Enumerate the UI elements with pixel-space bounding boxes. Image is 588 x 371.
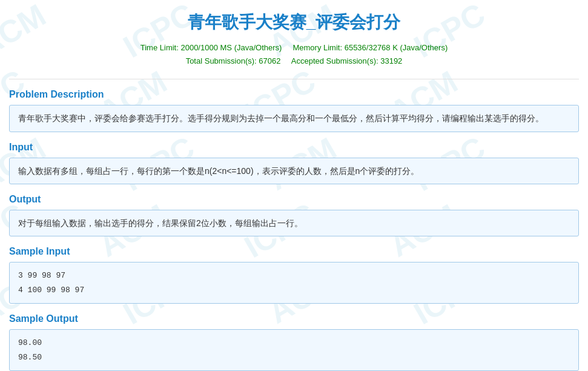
- memory-limit: Memory Limit: 65536/32768 K (Java/Others…: [292, 43, 448, 52]
- problem-description-content: 青年歌手大奖赛中，评委会给参赛选手打分。选手得分规则为去掉一个最高分和一个最低分…: [9, 105, 579, 132]
- output-title: Output: [9, 194, 579, 205]
- accepted-submission: Accepted Submission(s): 33192: [291, 56, 403, 65]
- problem-description-section: Problem Description 青年歌手大奖赛中，评委会给参赛选手打分。…: [9, 89, 579, 132]
- time-limit: Time Limit: 2000/1000 MS (Java/Others): [140, 43, 282, 52]
- sample-output-line-2: 98.50: [18, 350, 570, 364]
- input-content: 输入数据有多组，每组占一行，每行的第一个数是n(2<n<=100)，表示评委的人…: [9, 158, 579, 184]
- page-title: 青年歌手大奖赛_评委会打分: [9, 6, 579, 34]
- sample-input-content: 3 99 98 97 4 100 99 98 97: [9, 262, 579, 304]
- problem-description-title: Problem Description: [9, 89, 579, 100]
- output-content: 对于每组输入数据，输出选手的得分，结果保留2位小数，每组输出占一行。: [9, 210, 579, 236]
- sample-output-line-1: 98.00: [18, 336, 570, 350]
- sample-input-line-1: 3 99 98 97: [18, 269, 570, 282]
- divider-1: [9, 79, 579, 79]
- sample-output-title: Sample Output: [9, 313, 579, 324]
- sample-input-section: Sample Input 3 99 98 97 4 100 99 98 97: [9, 246, 579, 304]
- sample-input-title: Sample Input: [9, 246, 579, 257]
- sample-output-section: Sample Output 98.00 98.50: [9, 313, 579, 371]
- input-section: Input 输入数据有多组，每组占一行，每行的第一个数是n(2<n<=100)，…: [9, 142, 579, 184]
- sample-input-line-2: 4 100 99 98 97: [18, 283, 570, 297]
- input-title: Input: [9, 142, 579, 153]
- meta-info: Time Limit: 2000/1000 MS (Java/Others) M…: [9, 41, 579, 68]
- sample-output-content: 98.00 98.50: [9, 329, 579, 371]
- total-submission: Total Submission(s): 67062: [186, 56, 281, 65]
- output-section: Output 对于每组输入数据，输出选手的得分，结果保留2位小数，每组输出占一行…: [9, 194, 579, 236]
- main-content: 青年歌手大奖赛_评委会打分 Time Limit: 2000/1000 MS (…: [0, 0, 588, 371]
